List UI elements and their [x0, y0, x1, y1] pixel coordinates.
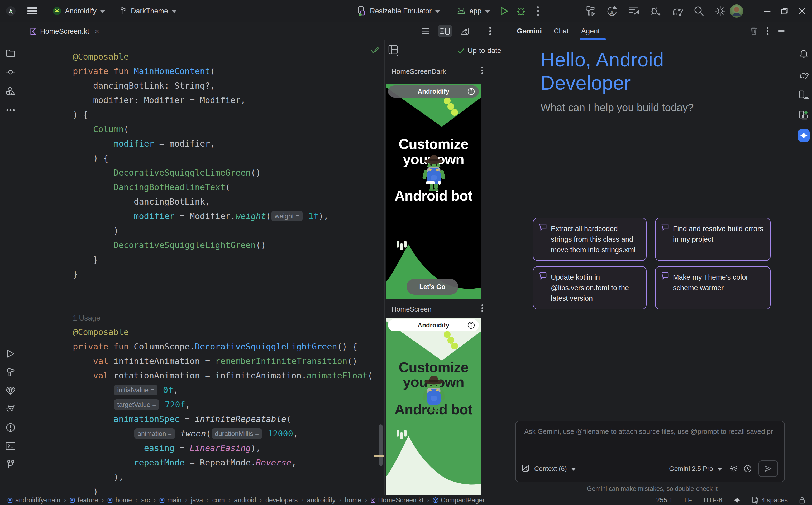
- build-button[interactable]: [585, 0, 596, 22]
- preview-name-dark[interactable]: HomeScreenDark: [391, 67, 446, 75]
- breadcrumb-item[interactable]: HomeScreen.kt: [371, 496, 424, 504]
- code-line[interactable]: 1 Usage: [73, 311, 373, 325]
- caret-position[interactable]: 255:1: [656, 496, 673, 504]
- attach-image-icon[interactable]: [522, 465, 530, 473]
- clear-chat-trash-button[interactable]: [750, 27, 757, 35]
- settings-button[interactable]: [714, 0, 726, 22]
- code-line[interactable]: modifier = modifier,: [73, 137, 373, 151]
- code-line[interactable]: DecorativeSquiggleLimeGreen(): [73, 166, 373, 180]
- apply-changes-button[interactable]: A: [606, 0, 618, 22]
- breadcrumb-item[interactable]: home: [345, 496, 361, 504]
- code-editor[interactable]: @Composableprivate fun MainHomeContent( …: [21, 40, 384, 495]
- unlock-icon[interactable]: [799, 497, 806, 504]
- run-config-selector[interactable]: app: [457, 0, 490, 22]
- code-line[interactable]: Column(: [73, 122, 373, 137]
- view-design-only-button[interactable]: [458, 25, 471, 37]
- device-manager-tool-button[interactable]: [798, 89, 810, 101]
- problems-tool-button[interactable]: [5, 422, 16, 433]
- code-line[interactable]: val infiniteAnimation = rememberInfinite…: [73, 354, 373, 368]
- window-close-button[interactable]: [795, 4, 809, 18]
- breadcrumb-item[interactable]: com: [212, 496, 225, 504]
- code-line[interactable]: ) {: [73, 108, 373, 122]
- more-run-actions-button[interactable]: [537, 0, 539, 22]
- build-tool-button[interactable]: [5, 366, 16, 378]
- preview-homescreen-light[interactable]: Androidify Customize your own Android bo…: [386, 318, 481, 495]
- terminal-tool-button[interactable]: [5, 440, 16, 452]
- avatar[interactable]: [730, 0, 743, 22]
- app-logo-icon[interactable]: [6, 0, 16, 22]
- inspections-ok-icon[interactable]: [371, 46, 380, 54]
- debug-button[interactable]: [516, 0, 526, 22]
- tab-close-icon[interactable]: ×: [95, 27, 99, 36]
- breadcrumb-item[interactable]: androidify-main: [7, 496, 61, 504]
- preview-layout-button[interactable]: [388, 45, 399, 56]
- gradle-sync-button[interactable]: [671, 0, 683, 22]
- context-dropdown[interactable]: Context (6): [534, 465, 567, 473]
- preview-name-light[interactable]: HomeScreen: [391, 305, 432, 313]
- hide-panel-button[interactable]: [778, 30, 785, 32]
- editor-scrollbar-thumb[interactable]: [379, 425, 382, 466]
- indent-setting[interactable]: 4 spaces: [752, 496, 788, 504]
- preview-homescreen-dark[interactable]: Androidify Customize your own Android bo…: [386, 84, 481, 299]
- main-menu-button[interactable]: [27, 0, 37, 22]
- view-split-button[interactable]: [438, 25, 452, 37]
- vcs-branch-widget[interactable]: DarkTheme: [119, 0, 177, 22]
- gradle-tool-button[interactable]: [798, 69, 810, 80]
- more-tool-windows-button[interactable]: [5, 105, 16, 116]
- code-line[interactable]: @Composable: [73, 325, 373, 339]
- ai-spark-icon[interactable]: [734, 497, 740, 504]
- resource-manager-tool-button[interactable]: [5, 86, 16, 97]
- search-everywhere-button[interactable]: [693, 0, 704, 22]
- code-line[interactable]: targetValue = 720f,: [73, 397, 373, 412]
- suggestion-card[interactable]: Update kotlin in @libs.version.toml to t…: [533, 266, 647, 309]
- code-line[interactable]: modifier: Modifier = Modifier,: [73, 93, 373, 108]
- gemini-tool-button[interactable]: [798, 130, 810, 141]
- code-line[interactable]: ): [73, 484, 373, 495]
- window-restore-button[interactable]: [777, 4, 792, 18]
- line-separator[interactable]: LF: [684, 496, 692, 504]
- logcat-tool-button[interactable]: [5, 403, 16, 415]
- run-button[interactable]: [500, 0, 508, 22]
- history-icon[interactable]: [744, 465, 751, 473]
- code-line[interactable]: @Composable: [73, 49, 373, 64]
- code-line[interactable]: ) {: [73, 151, 373, 166]
- code-line[interactable]: private fun ColumnScope.DecorativeSquigg…: [73, 339, 373, 354]
- code-lines[interactable]: @Composableprivate fun MainHomeContent( …: [73, 49, 373, 495]
- suggestion-card[interactable]: Make my Theme's color scheme warmer: [655, 266, 771, 309]
- file-encoding[interactable]: UTF-8: [704, 496, 722, 504]
- code-line[interactable]: [73, 296, 373, 311]
- version-control-tool-button[interactable]: [5, 459, 16, 470]
- breadcrumb-item[interactable]: CompactPager: [433, 496, 485, 504]
- notifications-bell-button[interactable]: [798, 47, 810, 59]
- breadcrumb-item[interactable]: feature: [70, 496, 98, 504]
- attach-debugger-button[interactable]: [650, 0, 661, 22]
- view-code-only-button[interactable]: [419, 25, 432, 37]
- running-devices-tool-button[interactable]: [798, 110, 810, 121]
- code-line[interactable]: }: [73, 267, 373, 282]
- window-minimize-button[interactable]: [760, 4, 775, 18]
- code-line[interactable]: easing = LinearEasing),: [73, 441, 373, 456]
- code-line[interactable]: ): [73, 223, 373, 238]
- apply-code-changes-button[interactable]: [628, 0, 640, 22]
- code-line[interactable]: initialValue = 0f,: [73, 383, 373, 397]
- prompt-settings-icon[interactable]: [730, 465, 738, 473]
- editor-more-options-button[interactable]: [483, 25, 497, 37]
- breadcrumb-item[interactable]: androidify: [307, 496, 336, 504]
- tab-homescreen-kt[interactable]: HomeScreen.kt ×: [25, 24, 104, 38]
- suggestion-card[interactable]: Find and resolve build errors in my proj…: [655, 218, 771, 261]
- code-line[interactable]: repeatMode = RepeatMode.Reverse,: [73, 456, 373, 470]
- breadcrumb-item[interactable]: developers: [265, 496, 298, 504]
- breadcrumb-item[interactable]: android: [234, 496, 256, 504]
- code-line[interactable]: animation = tween(durationMillis = 12000…: [73, 427, 373, 441]
- code-line[interactable]: modifier = Modifier.weight(weight = 1f),: [73, 209, 373, 223]
- gemini-prompt-input[interactable]: Ask Gemini, use @filename to attach sour…: [515, 420, 785, 482]
- project-tool-button[interactable]: [5, 47, 16, 59]
- code-line[interactable]: dancingBotLink,: [73, 194, 373, 209]
- code-line[interactable]: val rotationAnimation = infiniteAnimatio…: [73, 368, 373, 383]
- breadcrumb-item[interactable]: java: [191, 496, 203, 504]
- tab-agent[interactable]: Agent: [581, 22, 600, 40]
- breadcrumb-item[interactable]: home: [107, 496, 132, 504]
- tab-chat[interactable]: Chat: [554, 22, 569, 40]
- commit-tool-button[interactable]: [5, 66, 16, 78]
- breadcrumb-item[interactable]: main: [159, 496, 182, 504]
